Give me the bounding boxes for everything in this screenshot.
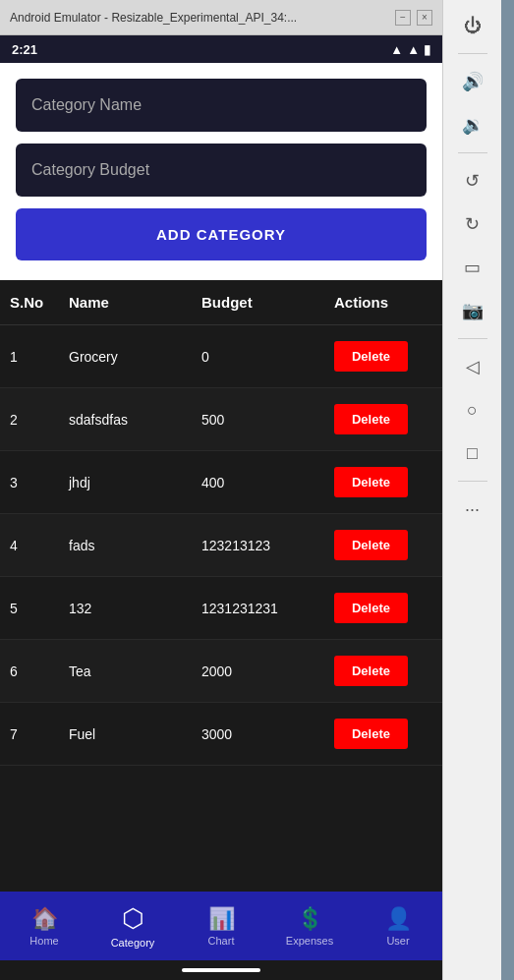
divider-4 bbox=[458, 481, 487, 482]
cell-sno: 7 bbox=[10, 726, 69, 742]
window-controls: − × bbox=[395, 10, 432, 26]
table-body: 1 Grocery 0 Delete 2 sdafsdfas 500 Delet… bbox=[0, 325, 442, 766]
cell-name: 132 bbox=[69, 601, 201, 616]
recents-button[interactable]: □ bbox=[455, 435, 490, 471]
cell-name: Fuel bbox=[69, 726, 201, 742]
table-row: 1 Grocery 0 Delete bbox=[0, 325, 442, 388]
phone-content: ADD CATEGORY S.No Name Budget Actions 1 … bbox=[0, 63, 442, 892]
home-icon: 🏠 bbox=[31, 906, 58, 932]
delete-button[interactable]: Delete bbox=[334, 530, 408, 560]
divider-2 bbox=[458, 152, 487, 153]
delete-button[interactable]: Delete bbox=[334, 656, 408, 686]
wifi-icon: ▲ bbox=[407, 42, 420, 57]
bottom-nav: 🏠 Home ⬡ Category 📊 Chart 💲 Expenses 👤 bbox=[0, 892, 442, 960]
cell-sno: 4 bbox=[10, 538, 69, 553]
col-header-budget: Budget bbox=[201, 294, 334, 311]
minimize-button[interactable]: − bbox=[395, 10, 411, 26]
bottom-indicator bbox=[0, 960, 442, 980]
col-header-name: Name bbox=[69, 294, 201, 311]
nav-item-chart[interactable]: 📊 Chart bbox=[187, 906, 256, 947]
nav-item-category[interactable]: ⬡ Category bbox=[98, 903, 167, 949]
cell-budget: 400 bbox=[201, 475, 334, 490]
col-header-sno: S.No bbox=[10, 294, 69, 311]
phone-frame: Android Emulator - Resizable_Experimenta… bbox=[0, 0, 442, 980]
cell-budget: 1231231231 bbox=[201, 601, 334, 616]
bottom-bar bbox=[182, 968, 260, 972]
table-header-row: S.No Name Budget Actions bbox=[0, 280, 442, 325]
cell-name: sdafsdfas bbox=[69, 412, 201, 428]
volume-up-button[interactable]: 🔊 bbox=[455, 64, 490, 99]
cell-budget: 123213123 bbox=[201, 538, 334, 553]
delete-button[interactable]: Delete bbox=[334, 341, 408, 372]
nav-label-user: User bbox=[386, 935, 409, 947]
status-time: 2:21 bbox=[12, 42, 37, 57]
divider-3 bbox=[458, 338, 487, 339]
cell-sno: 3 bbox=[10, 475, 69, 490]
table-row: 5 132 1231231231 Delete bbox=[0, 577, 442, 640]
categories-table: S.No Name Budget Actions 1 Grocery 0 Del… bbox=[0, 280, 442, 892]
nav-label-category: Category bbox=[111, 937, 155, 949]
delete-button[interactable]: Delete bbox=[334, 593, 408, 623]
table-row: 2 sdafsdfas 500 Delete bbox=[0, 388, 442, 451]
col-header-actions: Actions bbox=[334, 294, 432, 311]
tablet-icon[interactable]: ▭ bbox=[455, 250, 490, 285]
chart-icon: 📊 bbox=[208, 906, 235, 932]
cell-budget: 500 bbox=[201, 412, 334, 428]
nav-item-user[interactable]: 👤 User bbox=[364, 906, 432, 947]
app-container: Android Emulator - Resizable_Experimenta… bbox=[0, 0, 514, 980]
table-row: 4 fads 123213123 Delete bbox=[0, 514, 442, 577]
user-icon: 👤 bbox=[385, 906, 412, 932]
nav-label-home: Home bbox=[29, 935, 58, 947]
rotate2-button[interactable]: ↻ bbox=[455, 206, 490, 242]
battery-icon: ▮ bbox=[424, 42, 430, 57]
more-button[interactable]: ··· bbox=[455, 491, 490, 527]
table-row: 3 jhdj 400 Delete bbox=[0, 451, 442, 514]
power-button[interactable]: ⏻ bbox=[455, 8, 490, 43]
nav-item-home[interactable]: 🏠 Home bbox=[10, 906, 79, 947]
delete-button[interactable]: Delete bbox=[334, 467, 408, 497]
status-icons: ▲ ▲ ▮ bbox=[390, 42, 430, 57]
cell-sno: 2 bbox=[10, 412, 69, 428]
expenses-icon: 💲 bbox=[297, 906, 323, 932]
cell-name: Grocery bbox=[69, 349, 201, 365]
back-button[interactable]: ◁ bbox=[455, 349, 490, 384]
cell-sno: 5 bbox=[10, 601, 69, 616]
cell-name: jhdj bbox=[69, 475, 201, 490]
side-controls: ⏻ 🔊 🔉 ↺ ↻ ▭ 📷 ◁ ○ □ ··· bbox=[442, 0, 501, 980]
home-button[interactable]: ○ bbox=[455, 392, 490, 428]
delete-button[interactable]: Delete bbox=[334, 404, 408, 434]
delete-button[interactable]: Delete bbox=[334, 719, 408, 749]
rotate-button[interactable]: ↺ bbox=[455, 163, 490, 199]
camera-button[interactable]: 📷 bbox=[455, 293, 490, 328]
divider-1 bbox=[458, 53, 487, 54]
cell-sno: 1 bbox=[10, 349, 69, 365]
form-section: ADD CATEGORY bbox=[0, 63, 442, 276]
window-title: Android Emulator - Resizable_Experimenta… bbox=[10, 11, 297, 25]
cell-name: Tea bbox=[69, 663, 201, 679]
category-name-input[interactable] bbox=[16, 79, 427, 132]
add-category-button[interactable]: ADD CATEGORY bbox=[16, 208, 427, 260]
nav-label-expenses: Expenses bbox=[286, 935, 333, 947]
cell-budget: 3000 bbox=[201, 726, 334, 742]
cell-budget: 2000 bbox=[201, 663, 334, 679]
cell-budget: 0 bbox=[201, 349, 334, 365]
table-row: 7 Fuel 3000 Delete bbox=[0, 703, 442, 766]
window-titlebar: Android Emulator - Resizable_Experimenta… bbox=[0, 0, 442, 35]
table-row: 6 Tea 2000 Delete bbox=[0, 640, 442, 703]
nav-label-chart: Chart bbox=[208, 935, 235, 947]
sim-icon: ▲ bbox=[390, 42, 403, 57]
volume-down-button[interactable]: 🔉 bbox=[455, 107, 490, 143]
nav-item-expenses[interactable]: 💲 Expenses bbox=[275, 906, 344, 947]
category-budget-input[interactable] bbox=[16, 144, 427, 197]
cell-name: fads bbox=[69, 538, 201, 553]
cell-sno: 6 bbox=[10, 663, 69, 679]
close-button[interactable]: × bbox=[417, 10, 432, 26]
category-icon: ⬡ bbox=[122, 903, 144, 934]
status-bar: 2:21 ▲ ▲ ▮ bbox=[0, 35, 442, 63]
phone-body: 2:21 ▲ ▲ ▮ ADD CATEGORY S.No bbox=[0, 35, 442, 980]
